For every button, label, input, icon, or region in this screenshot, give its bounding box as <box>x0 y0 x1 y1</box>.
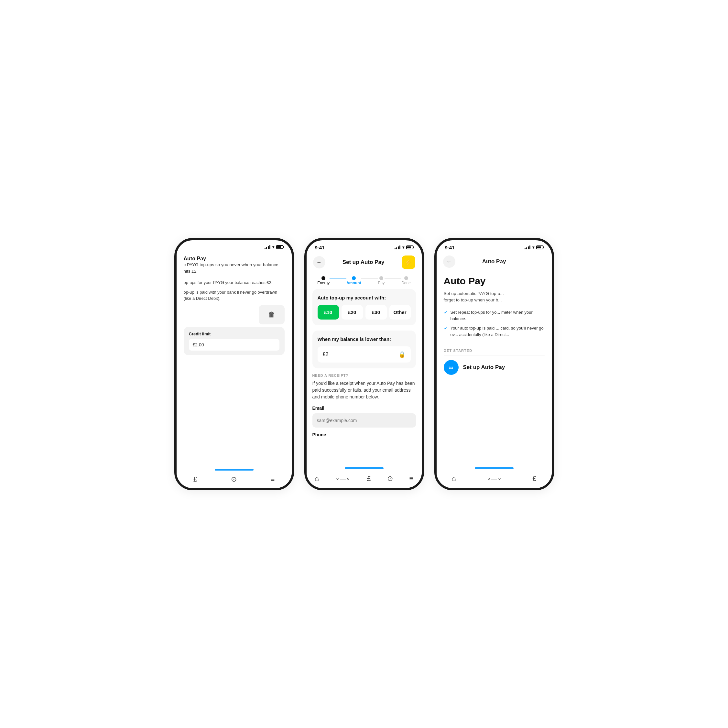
autopay-desc: Set up automatic PAYG top-u...forget to … <box>444 291 544 304</box>
setup-btn-row[interactable]: ∞ Set up Auto Pay <box>437 360 552 375</box>
connector-1 <box>330 278 346 278</box>
wifi-icon-right: ▾ <box>532 245 534 250</box>
home-indicator-left <box>215 469 254 471</box>
nav-energy-right[interactable]: ⚬—⚬ <box>486 475 502 482</box>
step-label-amount: Amount <box>346 281 361 285</box>
back-button-center[interactable]: ← <box>313 256 325 268</box>
delete-button-area[interactable]: 🗑 <box>259 305 284 324</box>
nav-pound-center[interactable]: £ <box>367 474 371 483</box>
delete-icon: 🗑 <box>268 310 275 319</box>
lightning-button[interactable]: ⚡ <box>402 255 415 269</box>
screen-right: ← Auto Pay Auto Pay Set up automatic PAY… <box>437 252 552 488</box>
right-header: Auto Pay Set up automatic PAYG top-u...f… <box>437 271 552 344</box>
status-time-right: 9:41 <box>445 245 455 250</box>
energy-icon-center: ⚬—⚬ <box>335 475 350 482</box>
nav-home-right[interactable]: ⌂ <box>452 474 456 483</box>
status-icons-center: ▾ <box>395 245 413 250</box>
nav-item-pound-left[interactable]: £ <box>193 475 197 483</box>
step-energy: Energy <box>317 276 330 285</box>
nav-header-right: ← Auto Pay <box>437 252 552 271</box>
setup-btn-label: Set up Auto Pay <box>463 364 505 371</box>
nav-energy-center[interactable]: ⚬—⚬ <box>335 475 350 482</box>
step-pay: Pay <box>378 276 385 285</box>
step-dot-done <box>404 276 408 280</box>
step-dot-amount <box>352 276 356 280</box>
connector-2 <box>361 278 378 278</box>
step-dot-pay <box>379 276 383 280</box>
screen-center: ← Set up Auto Pay ⚡ Energy Amount <box>307 252 422 488</box>
right-spacer <box>437 375 552 467</box>
nav-home-center[interactable]: ⌂ <box>315 474 319 483</box>
autopay-big-title: Auto Pay <box>444 275 544 286</box>
amount-btn-30[interactable]: £30 <box>366 305 387 320</box>
get-started-divider <box>444 355 544 355</box>
home-indicator-right <box>475 467 514 469</box>
step-label-pay: Pay <box>378 281 385 285</box>
status-bar-right: 9:41 ▾ <box>437 240 552 252</box>
menu-icon-center: ≡ <box>409 474 413 483</box>
step-label-energy: Energy <box>317 281 330 285</box>
bottom-nav-left: £ ⊙ ≡ <box>177 473 292 488</box>
credit-limit-box: Credit limit £2.00 <box>184 327 284 355</box>
status-bar-left: ▾ <box>177 240 292 251</box>
nav-header-center: ← Set up Auto Pay ⚡ <box>307 252 422 272</box>
signal-icon-left <box>265 245 271 249</box>
amount-btn-other[interactable]: Other <box>389 305 411 320</box>
nav-item-help-left[interactable]: ⊙ <box>231 475 237 483</box>
email-input[interactable] <box>312 413 416 428</box>
nav-title-center: Set up Auto Pay <box>343 259 385 266</box>
battery-right <box>536 245 543 249</box>
balance-input-row: £2 🔒 <box>318 346 411 362</box>
get-started-label: GET STARTED <box>437 344 552 355</box>
nav-pound-right[interactable]: £ <box>532 474 536 483</box>
topup-card-title: Auto top-up my account with: <box>318 295 411 300</box>
lock-icon: 🔒 <box>398 351 405 358</box>
infinity-icon: ∞ <box>448 364 453 371</box>
phone-left: ▾ Auto Pay c PAYG top-ups so you never w… <box>174 238 294 490</box>
stepper-center: Energy Amount Pay Done <box>307 272 422 285</box>
energy-icon-right: ⚬—⚬ <box>486 475 502 482</box>
wifi-icon-center: ▾ <box>402 245 404 250</box>
home-indicator-center <box>345 467 384 469</box>
amount-btn-20[interactable]: £20 <box>341 305 363 320</box>
step-label-done: Done <box>401 281 411 285</box>
wifi-icon-left: ▾ <box>272 245 274 249</box>
phone-center: 9:41 ▾ ← Set up Auto Pay ⚡ <box>304 238 424 490</box>
phone-right: 9:41 ▾ ← Auto Pay Auto Pay Set u <box>434 238 554 490</box>
battery-left <box>276 245 283 249</box>
left-small-text-2: op-up is paid with your bank ll never go… <box>184 289 284 302</box>
status-time-center: 9:41 <box>315 245 325 250</box>
home-icon-center: ⌂ <box>315 474 319 483</box>
left-screen-content: c PAYG top-ups so you never when your ba… <box>177 262 292 469</box>
pound-icon-right: £ <box>532 474 536 483</box>
balance-card: When my balance is lower than: £2 🔒 <box>312 330 416 369</box>
nav-title-right: Auto Pay <box>482 258 506 265</box>
left-body-text: c PAYG top-ups so you never when your ba… <box>184 262 284 275</box>
menu-icon-left: ≡ <box>271 475 275 483</box>
pound-icon-left: £ <box>193 475 197 483</box>
phone-field-label: Phone <box>312 432 416 437</box>
receipt-section-label: NEED A RECEIPT? <box>312 373 416 378</box>
amount-btn-10[interactable]: £10 <box>318 305 339 320</box>
checkmark-1: ✓ <box>444 309 448 315</box>
pound-icon-center: £ <box>367 474 371 483</box>
receipt-section-text: If you'd like a receipt when your Auto P… <box>312 380 416 401</box>
amount-grid: £10 £20 £30 Other <box>318 305 411 320</box>
check-item-2: ✓ Your auto top-up is paid ... card, so … <box>444 325 544 338</box>
nav-menu-center[interactable]: ≡ <box>409 474 413 483</box>
receipt-section: NEED A RECEIPT? If you'd like a receipt … <box>312 373 416 437</box>
bottom-nav-center: ⌂ ⚬—⚬ £ ⊙ ≡ <box>307 471 422 488</box>
step-amount: Amount <box>346 276 361 285</box>
topup-card: Auto top-up my account with: £10 £20 £30… <box>312 289 416 325</box>
signal-icon-right <box>525 245 531 249</box>
left-small-text-1: op-ups for your PAYG your balance reache… <box>184 280 284 286</box>
checkmark-2: ✓ <box>444 325 448 331</box>
nav-help-center[interactable]: ⊙ <box>387 474 393 483</box>
scene: ▾ Auto Pay c PAYG top-ups so you never w… <box>155 212 574 516</box>
lightning-icon: ⚡ <box>404 258 412 266</box>
check-text-2: Your auto top-up is paid ... card, so yo… <box>451 325 544 338</box>
infinity-button[interactable]: ∞ <box>444 360 459 375</box>
back-button-right[interactable]: ← <box>443 255 455 268</box>
check-item-1: ✓ Set repeat top-ups for yo... meter whe… <box>444 309 544 322</box>
nav-item-menu-left[interactable]: ≡ <box>271 475 275 483</box>
